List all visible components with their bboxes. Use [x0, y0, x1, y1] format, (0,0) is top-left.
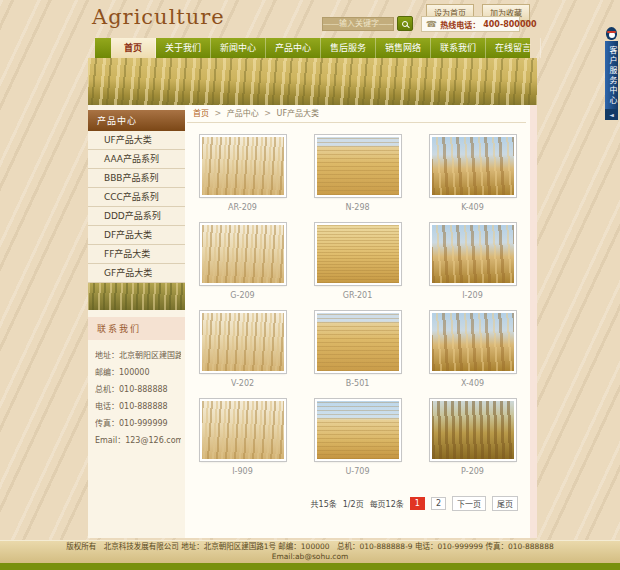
breadcrumb-separator: >: [264, 109, 271, 118]
product-card: X-409: [415, 306, 530, 394]
product-photo[interactable]: [315, 223, 401, 285]
wheat-banner-image: [88, 58, 537, 105]
product-code[interactable]: K-409: [415, 203, 530, 212]
contact-switch: 总机：010-888888: [95, 383, 181, 394]
product-card: B-501: [300, 306, 415, 394]
nav-item-contact[interactable]: 联系我们: [431, 38, 486, 58]
contact-fax: 传真：010-999999: [95, 417, 181, 428]
product-code[interactable]: AR-209: [185, 203, 300, 212]
sidebar-item-ddd[interactable]: DDD产品系列: [88, 207, 185, 226]
collapse-arrow-icon[interactable]: ◄: [605, 109, 618, 120]
sidebar-product-title: 产品中心: [88, 110, 185, 131]
sidebar-contact-info: 地址：北京朝阳区建国路1号 邮编：100000 总机：010-888888 电话…: [88, 340, 185, 445]
page: Agriculture 设为首页 加为收藏 ☎ 热线电话： 400-800000…: [0, 0, 620, 570]
product-code[interactable]: N-298: [300, 203, 415, 212]
sidebar: 产品中心 UF产品大类 AAA产品系列 BBB产品系列 CCC产品系列 DDD产…: [88, 105, 185, 538]
contact-email: Email：123@126.com: [95, 434, 181, 445]
phone-icon: ☎: [426, 19, 437, 29]
product-photo[interactable]: [315, 311, 401, 373]
contact-zip: 邮编：100000: [95, 366, 181, 377]
product-code[interactable]: U-709: [300, 467, 415, 476]
product-photo[interactable]: [200, 399, 286, 461]
sidebar-wheat-image: [88, 283, 185, 310]
site-logo[interactable]: Agriculture: [92, 5, 225, 29]
product-card: V-202: [185, 306, 300, 394]
nav-item-about[interactable]: 关于我们: [156, 38, 211, 58]
product-code[interactable]: G-209: [185, 291, 300, 300]
pagination-next-button[interactable]: 下一页: [452, 496, 486, 511]
product-photo[interactable]: [315, 399, 401, 461]
product-code[interactable]: X-409: [415, 379, 530, 388]
customer-service-panel[interactable]: 客户服务中心 ◄: [604, 27, 619, 120]
product-card: P-209: [415, 394, 530, 482]
product-photo[interactable]: [430, 223, 516, 285]
footer-copyright-text: 版权所有 北京科技发展有限公司 地址：北京朝阳区建国路1号 邮编：100000 …: [28, 542, 592, 562]
product-code[interactable]: I-209: [415, 291, 530, 300]
pagination: 共15条 1/2页 每页12条 1 2 下一页 尾页: [185, 496, 530, 511]
nav-item-products[interactable]: 产品中心: [266, 38, 321, 58]
product-photo[interactable]: [430, 399, 516, 461]
product-photo[interactable]: [200, 311, 286, 373]
pagination-page: 1/2页: [343, 498, 364, 509]
product-card: N-298: [300, 130, 415, 218]
nav-item-guestbook[interactable]: 在线留言: [486, 38, 541, 58]
contact-phone: 电话：010-888888: [95, 400, 181, 411]
search-icon: [402, 21, 408, 27]
search-input[interactable]: [322, 17, 394, 31]
sidebar-item-ff[interactable]: FF产品大类: [88, 245, 185, 264]
search-button[interactable]: [397, 16, 413, 31]
product-card: U-709: [300, 394, 415, 482]
product-card: AR-209: [185, 130, 300, 218]
breadcrumb: 首页 > 产品中心 > UF产品大类: [187, 105, 526, 123]
pagination-last-button[interactable]: 尾页: [492, 496, 518, 511]
product-code[interactable]: V-202: [185, 379, 300, 388]
product-code[interactable]: GR-201: [300, 291, 415, 300]
pagination-page-1[interactable]: 1: [410, 497, 425, 510]
nav-item-home[interactable]: 首页: [111, 38, 156, 58]
product-card: G-209: [185, 218, 300, 306]
product-photo[interactable]: [200, 223, 286, 285]
product-code[interactable]: I-909: [185, 467, 300, 476]
nav-item-after-sales[interactable]: 售后服务: [321, 38, 376, 58]
product-card: K-409: [415, 130, 530, 218]
search-box: [322, 16, 413, 31]
pagination-per-page: 每页12条: [370, 498, 404, 509]
main-nav: 首页 关于我们 新闻中心 产品中心 售后服务 销售网络 联系我们 在线留言: [95, 38, 530, 58]
main-content: 首页 > 产品中心 > UF产品大类 AR-209 N-298: [185, 105, 537, 538]
breadcrumb-current: UF产品大类: [277, 109, 319, 118]
customer-service-label: 客户服务中心: [605, 41, 618, 109]
footer: 版权所有 北京科技发展有限公司 地址：北京朝阳区建国路1号 邮编：100000 …: [0, 540, 620, 563]
sidebar-contact-title: 联系我们: [88, 317, 185, 340]
product-card: I-209: [415, 218, 530, 306]
pagination-page-2[interactable]: 2: [431, 497, 446, 510]
product-photo[interactable]: [430, 311, 516, 373]
product-photo[interactable]: [200, 135, 286, 197]
product-card: GR-201: [300, 218, 415, 306]
product-code[interactable]: B-501: [300, 379, 415, 388]
hotline-label: 热线电话：: [440, 19, 480, 30]
nav-item-news[interactable]: 新闻中心: [211, 38, 266, 58]
hotline-number: 400-800000: [483, 20, 536, 29]
product-photo[interactable]: [430, 135, 516, 197]
sidebar-product-menu: UF产品大类 AAA产品系列 BBB产品系列 CCC产品系列 DDD产品系列 D…: [88, 131, 185, 283]
nav-item-sales-network[interactable]: 销售网络: [376, 38, 431, 58]
product-card: I-909: [185, 394, 300, 482]
hotline-box: ☎ 热线电话： 400-800000: [421, 16, 520, 32]
sidebar-item-aaa[interactable]: AAA产品系列: [88, 150, 185, 169]
footer-strip: [0, 563, 620, 570]
product-photo[interactable]: [315, 135, 401, 197]
pagination-total: 共15条: [311, 498, 337, 509]
contact-address: 地址：北京朝阳区建国路1号: [95, 349, 181, 360]
product-grid: AR-209 N-298 K-409 G-209: [185, 123, 530, 482]
breadcrumb-product-center[interactable]: 产品中心: [227, 109, 259, 118]
breadcrumb-home[interactable]: 首页: [193, 109, 209, 118]
sidebar-item-gf[interactable]: GF产品大类: [88, 264, 185, 283]
breadcrumb-separator: >: [215, 109, 222, 118]
content-panel: 产品中心 UF产品大类 AAA产品系列 BBB产品系列 CCC产品系列 DDD产…: [88, 58, 537, 538]
sidebar-item-uf[interactable]: UF产品大类: [88, 131, 185, 150]
sidebar-item-df[interactable]: DF产品大类: [88, 226, 185, 245]
qq-icon: [606, 27, 617, 40]
sidebar-item-bbb[interactable]: BBB产品系列: [88, 169, 185, 188]
sidebar-item-ccc[interactable]: CCC产品系列: [88, 188, 185, 207]
product-code[interactable]: P-209: [415, 467, 530, 476]
